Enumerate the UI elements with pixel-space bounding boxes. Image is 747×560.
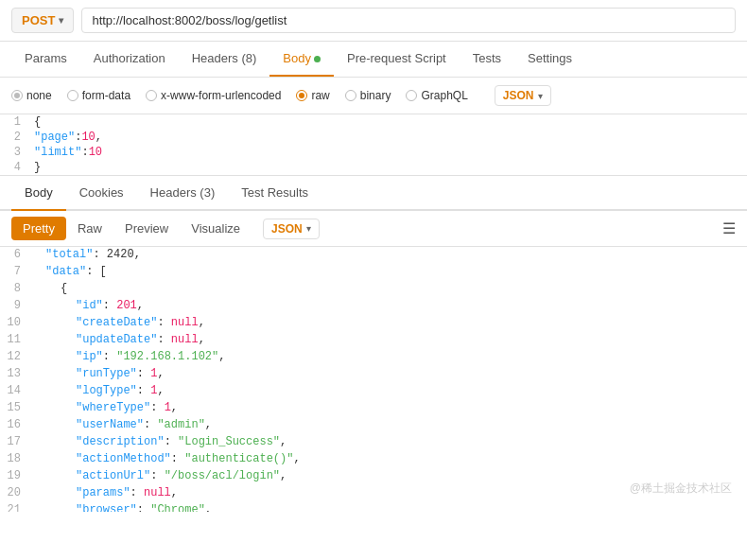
format-bar: Pretty Raw Preview Visualize JSON ▾ ☰ xyxy=(0,211,747,247)
req-line-2: 2 "page":10, xyxy=(0,130,747,145)
tab-authorization[interactable]: Authorization xyxy=(80,42,179,77)
response-format-selector[interactable]: JSON ▾ xyxy=(263,219,320,239)
radio-form-data-circle xyxy=(67,90,78,101)
format-preview[interactable]: Preview xyxy=(113,217,180,240)
radio-binary-circle xyxy=(345,90,356,101)
format-visualize[interactable]: Visualize xyxy=(180,217,252,240)
url-bar: POST ▾ xyxy=(0,0,747,42)
response-line: 17"description": "Login_Success", xyxy=(0,434,747,451)
method-label: POST xyxy=(22,13,55,27)
method-select[interactable]: POST ▾ xyxy=(11,8,74,33)
response-line: 20"params": null, xyxy=(0,485,747,502)
tab-body[interactable]: Body xyxy=(269,42,334,77)
bottom-tab-headers[interactable]: Headers (3) xyxy=(137,176,229,211)
format-pretty[interactable]: Pretty xyxy=(11,217,66,240)
json-format-selector[interactable]: JSON ▾ xyxy=(495,85,551,106)
response-line: 6"total": 2420, xyxy=(0,247,747,264)
radio-graphql-circle xyxy=(406,90,417,101)
req-line-1: 1 { xyxy=(0,114,747,130)
tab-params[interactable]: Params xyxy=(11,42,80,77)
tab-tests[interactable]: Tests xyxy=(460,42,514,77)
response-line: 8{ xyxy=(0,281,747,298)
method-chevron-icon: ▾ xyxy=(59,15,63,26)
bottom-tab-nav: Body Cookies Headers (3) Test Results xyxy=(0,176,747,211)
radio-none[interactable]: none xyxy=(11,89,52,102)
req-line-4: 4 } xyxy=(0,160,747,175)
response-line: 7"data": [ xyxy=(0,264,747,281)
response-line: 14"logType": 1, xyxy=(0,383,747,400)
filter-icon[interactable]: ☰ xyxy=(722,219,736,237)
response-line: 18"actionMethod": "authenticate()", xyxy=(0,451,747,468)
tab-headers[interactable]: Headers (8) xyxy=(179,42,270,77)
radio-raw[interactable]: raw xyxy=(296,89,329,102)
radio-none-circle xyxy=(11,90,23,101)
response-line: 9"id": 201, xyxy=(0,298,747,315)
request-body-editor[interactable]: 1 { 2 "page":10, 3 "limit":10 4 } xyxy=(0,114,747,176)
bottom-tab-cookies[interactable]: Cookies xyxy=(66,176,137,211)
response-line: 15"whereType": 1, xyxy=(0,400,747,417)
bottom-tab-body[interactable]: Body xyxy=(11,176,66,211)
response-line: 12"ip": "192.168.1.102", xyxy=(0,349,747,366)
response-line: 10"createDate": null, xyxy=(0,315,747,332)
response-line: 13"runType": 1, xyxy=(0,366,747,383)
url-input[interactable] xyxy=(81,8,736,33)
radio-binary[interactable]: binary xyxy=(345,89,391,102)
tab-prerequest[interactable]: Pre-request Script xyxy=(334,42,460,77)
response-line: 16"userName": "admin", xyxy=(0,417,747,434)
radio-urlencoded[interactable]: x-www-form-urlencoded xyxy=(146,89,281,102)
top-tab-nav: Params Authorization Headers (8) Body Pr… xyxy=(0,42,747,78)
body-active-dot xyxy=(314,56,321,62)
bottom-tab-test-results[interactable]: Test Results xyxy=(228,176,321,211)
radio-form-data[interactable]: form-data xyxy=(67,89,130,102)
response-line: 11"updateDate": null, xyxy=(0,332,747,349)
radio-graphql[interactable]: GraphQL xyxy=(406,89,467,102)
body-type-bar: none form-data x-www-form-urlencoded raw… xyxy=(0,78,747,114)
response-body: 6"total": 2420,7"data": [8{9"id": 201,10… xyxy=(0,247,747,512)
tab-settings[interactable]: Settings xyxy=(514,42,585,77)
req-line-3: 3 "limit":10 xyxy=(0,145,747,160)
format-raw[interactable]: Raw xyxy=(66,217,113,240)
response-line: 21"browser": "Chrome", xyxy=(0,502,747,512)
radio-urlencoded-circle xyxy=(146,90,157,101)
response-line: 19"actionUrl": "/boss/acl/login", xyxy=(0,468,747,485)
radio-raw-circle xyxy=(296,90,307,101)
